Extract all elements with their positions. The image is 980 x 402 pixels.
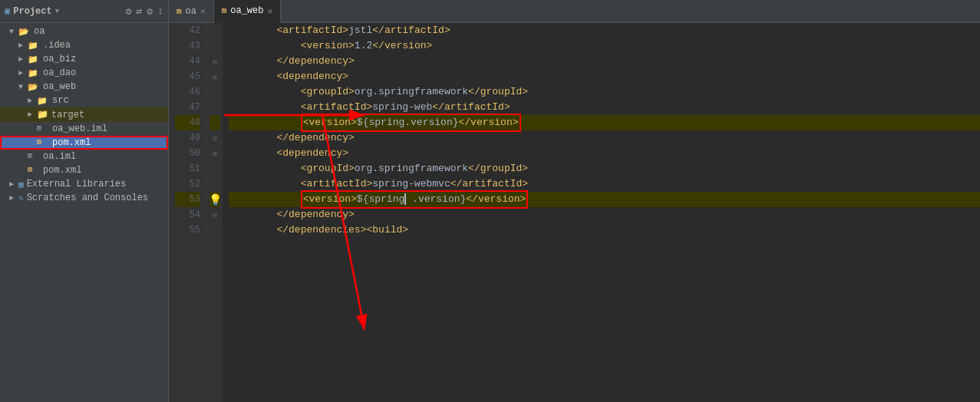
tree-item-external-libs[interactable]: ▦ External Libraries	[0, 177, 168, 191]
tree-item-oa-biz[interactable]: oa_biz	[0, 52, 168, 66]
tab-bar: m oa ✕ m oa_web ✕	[169, 0, 980, 23]
folder-oa-web-icon	[28, 82, 40, 91]
xml-pom-web-icon: m	[37, 138, 49, 147]
tree-label-oa-iml: oa.iml	[43, 151, 76, 162]
tree-label-oa-dao: oa_dao	[43, 68, 76, 78]
sort-icon[interactable]: ⇄	[137, 5, 143, 18]
gutter-46	[210, 84, 220, 100]
gutter-52	[210, 176, 220, 192]
code-editor[interactable]: <artifactId>jstl</artifactId> <version>1…	[223, 23, 980, 402]
folder-oa-dao-icon	[28, 68, 40, 77]
gutter-44[interactable]: ⊖	[210, 54, 220, 69]
gutter-53: 💡	[210, 192, 220, 207]
linenum-47: 47	[175, 100, 200, 115]
code-line-55: </dependencies><build>	[229, 222, 980, 238]
arrow-target	[28, 110, 37, 119]
folder-target-icon: 📁	[37, 109, 48, 120]
linenum-48: 48	[175, 115, 200, 130]
tree-item-oa-dao[interactable]: oa_dao	[0, 66, 168, 80]
tree-label-pom-root: pom.xml	[43, 165, 81, 176]
tree-label-pom-web: pom.xml	[52, 137, 91, 148]
tree-label-target: target	[51, 110, 84, 120]
expand-icon[interactable]: ↕	[157, 5, 163, 17]
code-line-50: <dependency>	[229, 146, 980, 161]
tab-oa-web[interactable]: m oa_web ✕	[214, 0, 281, 23]
tree-label-scratches: Scratches and Consoles	[27, 193, 148, 203]
tree-item-src[interactable]: src	[0, 94, 168, 107]
sidebar-dropdown-icon[interactable]: ▼	[55, 8, 59, 15]
tree-label-oa-web-iml: oa_web.iml	[52, 124, 107, 134]
gutter-42	[210, 23, 220, 38]
gutter-55	[210, 222, 220, 238]
code-line-48: <version>${spring.version}</version>	[229, 115, 980, 130]
gutter-47	[210, 100, 220, 115]
tree-label-src: src	[52, 95, 69, 106]
arrow-idea	[18, 41, 28, 50]
tree-label-oa: oa	[34, 26, 45, 37]
folder-src-icon	[37, 96, 49, 105]
arrow-oa-dao	[18, 69, 28, 77]
linenum-43: 43	[175, 38, 200, 54]
code-line-46: <groupId>org.springframework</groupId>	[229, 84, 980, 100]
tree-item-target[interactable]: 📁 target	[0, 107, 168, 122]
scratch-icon: ✎	[18, 193, 24, 203]
linenum-42: 42	[175, 23, 200, 38]
tree-item-oa[interactable]: oa	[0, 25, 168, 38]
xml-pom-root-icon: m	[28, 166, 40, 175]
linenum-51: 51	[175, 161, 200, 176]
tree-item-pom-root[interactable]: m pom.xml	[0, 163, 168, 177]
lib-icon: ▦	[18, 180, 24, 189]
code-line-45: <dependency>	[229, 69, 980, 84]
linenum-46: 46	[175, 84, 200, 100]
arrow-oa-biz	[18, 55, 28, 64]
code-line-44: </dependency>	[229, 54, 980, 69]
gutter: ⊖ ⊕ ⊖ ⊕ 💡 ⊖	[207, 23, 223, 402]
folder-idea-icon	[28, 41, 40, 50]
linenum-45: 45	[175, 69, 200, 84]
sync-icon[interactable]: ⚙	[126, 5, 132, 18]
code-line-49: </dependency>	[229, 130, 980, 146]
settings-icon[interactable]: ⚙	[147, 5, 153, 18]
gutter-43	[210, 38, 220, 54]
arrow-oa	[9, 28, 18, 36]
gutter-54[interactable]: ⊖	[210, 207, 220, 222]
tree-item-oa-iml[interactable]: m oa.iml	[0, 150, 168, 163]
code-line-54: </dependency>	[229, 207, 980, 222]
gutter-50[interactable]: ⊕	[210, 146, 220, 161]
code-line-51: <groupId>org.springframework</groupId>	[229, 161, 980, 176]
code-line-47: <artifactId>spring-web</artifactId>	[229, 100, 980, 115]
folder-oa-icon	[18, 27, 31, 36]
tab-oa-web-close[interactable]: ✕	[267, 6, 272, 16]
tab-oa-web-xml-icon: m	[222, 6, 227, 15]
folder-oa-biz-icon	[28, 54, 40, 64]
tree-item-oa-web-iml[interactable]: m oa_web.iml	[0, 122, 168, 136]
lightbulb-icon[interactable]: 💡	[209, 193, 222, 206]
tree-item-scratches[interactable]: ✎ Scratches and Consoles	[0, 191, 168, 205]
editor-area: m oa ✕ m oa_web ✕ 42 43 44 45 46 47 48 4…	[169, 0, 980, 402]
sidebar-header: ▣ Project ▼ ⚙ ⇄ ⚙ ↕	[0, 0, 168, 23]
tab-oa-web-label: oa_web	[230, 5, 263, 16]
project-folder-icon: ▣	[5, 5, 10, 17]
sidebar-header-icons: ⚙ ⇄ ⚙ ↕	[126, 5, 163, 18]
tab-oa-xml-icon: m	[177, 7, 182, 16]
code-line-43: <version>1.2</version>	[229, 38, 980, 54]
linenum-53: 53	[175, 192, 200, 207]
code-line-52: <artifactId>spring-webmvc</artifactId>	[229, 176, 980, 192]
tree-item-idea[interactable]: .idea	[0, 38, 168, 52]
tab-oa[interactable]: m oa ✕	[169, 0, 214, 22]
tree-item-oa-web[interactable]: oa_web	[0, 80, 168, 94]
linenum-55: 55	[175, 222, 200, 238]
tree-label-oa-biz: oa_biz	[43, 54, 76, 64]
linenum-50: 50	[175, 146, 200, 161]
tree-item-pom-web[interactable]: m pom.xml	[0, 136, 168, 150]
gutter-45[interactable]: ⊕	[210, 69, 220, 84]
gutter-51	[210, 161, 220, 176]
tab-oa-close[interactable]: ✕	[200, 6, 206, 16]
line-numbers: 42 43 44 45 46 47 48 49 50 51 52 53 54 5…	[169, 23, 207, 402]
tab-oa-label: oa	[186, 6, 196, 17]
linenum-54: 54	[175, 207, 200, 222]
iml-oa-icon: m	[28, 152, 40, 161]
linenum-49: 49	[175, 130, 200, 146]
linenum-44: 44	[175, 54, 200, 69]
gutter-49[interactable]: ⊖	[210, 130, 220, 146]
